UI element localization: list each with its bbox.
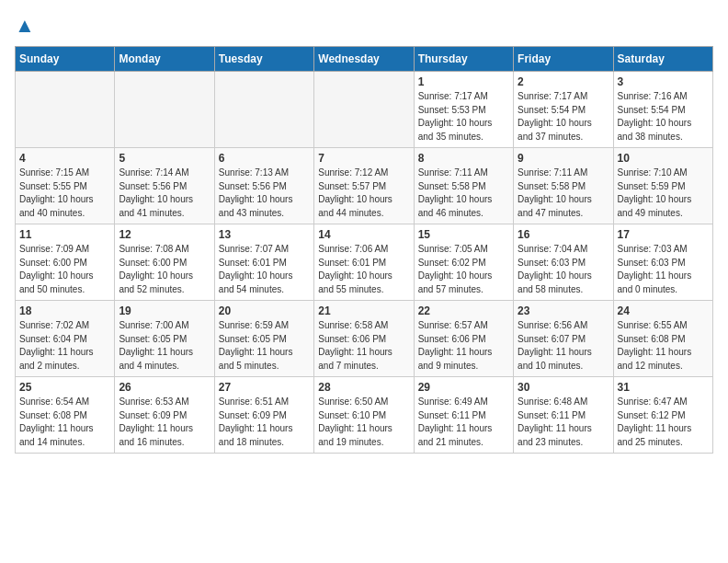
calendar-cell: 4 Sunrise: 7:15 AM Sunset: 5:55 PM Dayli… — [16, 148, 115, 224]
day-number: 5 — [119, 152, 210, 165]
day-info: Sunrise: 7:17 AM Sunset: 5:54 PM Dayligh… — [518, 90, 609, 144]
day-info: Sunrise: 6:50 AM Sunset: 6:10 PM Dayligh… — [318, 396, 409, 449]
day-number: 13 — [219, 228, 310, 241]
day-info: Sunrise: 7:12 AM Sunset: 5:57 PM Dayligh… — [318, 167, 409, 220]
calendar-week-row: 4 Sunrise: 7:15 AM Sunset: 5:55 PM Dayli… — [16, 148, 713, 224]
day-info: Sunrise: 6:47 AM Sunset: 6:12 PM Dayligh… — [618, 396, 709, 449]
calendar-cell: 30 Sunrise: 6:48 AM Sunset: 6:11 PM Dayl… — [514, 377, 613, 454]
day-info: Sunrise: 6:56 AM Sunset: 6:07 PM Dayligh… — [518, 319, 609, 373]
day-info: Sunrise: 7:06 AM Sunset: 6:01 PM Dayligh… — [318, 243, 409, 296]
day-info: Sunrise: 7:05 AM Sunset: 6:02 PM Dayligh… — [418, 243, 509, 296]
calendar-cell — [115, 72, 214, 148]
day-number: 21 — [318, 304, 409, 317]
calendar-cell: 9 Sunrise: 7:11 AM Sunset: 5:58 PM Dayli… — [514, 148, 613, 224]
calendar-week-row: 18 Sunrise: 7:02 AM Sunset: 6:04 PM Dayl… — [16, 301, 713, 377]
calendar-cell: 20 Sunrise: 6:59 AM Sunset: 6:05 PM Dayl… — [214, 301, 313, 377]
calendar-cell: 15 Sunrise: 7:05 AM Sunset: 6:02 PM Dayl… — [414, 224, 513, 301]
day-number: 12 — [119, 228, 210, 241]
day-info: Sunrise: 7:00 AM Sunset: 6:05 PM Dayligh… — [119, 319, 210, 373]
calendar-cell: 29 Sunrise: 6:49 AM Sunset: 6:11 PM Dayl… — [414, 377, 513, 454]
calendar-cell: 19 Sunrise: 7:00 AM Sunset: 6:05 PM Dayl… — [115, 301, 214, 377]
calendar-cell: 18 Sunrise: 7:02 AM Sunset: 6:04 PM Dayl… — [16, 301, 115, 377]
page-header: ▲ — [15, 15, 713, 37]
day-info: Sunrise: 6:49 AM Sunset: 6:11 PM Dayligh… — [418, 396, 509, 449]
day-of-week-header: Friday — [514, 47, 613, 72]
calendar-cell: 21 Sunrise: 6:58 AM Sunset: 6:06 PM Dayl… — [314, 301, 414, 377]
day-info: Sunrise: 7:04 AM Sunset: 6:03 PM Dayligh… — [518, 243, 609, 296]
day-number: 3 — [618, 75, 709, 88]
day-info: Sunrise: 7:07 AM Sunset: 6:01 PM Dayligh… — [219, 243, 310, 296]
day-number: 24 — [618, 304, 709, 317]
day-number: 11 — [19, 228, 110, 241]
day-info: Sunrise: 7:17 AM Sunset: 5:53 PM Dayligh… — [418, 90, 509, 144]
day-number: 30 — [518, 381, 609, 394]
day-number: 16 — [518, 228, 609, 241]
day-info: Sunrise: 7:15 AM Sunset: 5:55 PM Dayligh… — [19, 167, 110, 220]
day-number: 17 — [618, 228, 709, 241]
day-number: 26 — [119, 381, 210, 394]
day-number: 9 — [518, 152, 609, 165]
day-info: Sunrise: 7:02 AM Sunset: 6:04 PM Dayligh… — [19, 319, 110, 373]
day-info: Sunrise: 6:55 AM Sunset: 6:08 PM Dayligh… — [618, 319, 709, 373]
day-number: 6 — [219, 152, 310, 165]
day-number: 7 — [318, 152, 409, 165]
day-info: Sunrise: 6:58 AM Sunset: 6:06 PM Dayligh… — [318, 319, 409, 373]
day-of-week-header: Sunday — [16, 47, 115, 72]
day-of-week-header: Tuesday — [214, 47, 313, 72]
calendar-cell: 28 Sunrise: 6:50 AM Sunset: 6:10 PM Dayl… — [314, 377, 414, 454]
day-of-week-header: Monday — [115, 47, 214, 72]
calendar-cell: 23 Sunrise: 6:56 AM Sunset: 6:07 PM Dayl… — [514, 301, 613, 377]
calendar-cell: 10 Sunrise: 7:10 AM Sunset: 5:59 PM Dayl… — [613, 148, 712, 224]
calendar-table: SundayMondayTuesdayWednesdayThursdayFrid… — [15, 46, 713, 454]
calendar-cell: 27 Sunrise: 6:51 AM Sunset: 6:09 PM Dayl… — [214, 377, 313, 454]
calendar-header-row: SundayMondayTuesdayWednesdayThursdayFrid… — [16, 47, 713, 72]
day-info: Sunrise: 7:08 AM Sunset: 6:00 PM Dayligh… — [119, 243, 210, 296]
calendar-cell: 3 Sunrise: 7:16 AM Sunset: 5:54 PM Dayli… — [613, 72, 712, 148]
calendar-cell: 22 Sunrise: 6:57 AM Sunset: 6:06 PM Dayl… — [414, 301, 513, 377]
day-number: 29 — [418, 381, 509, 394]
calendar-cell: 12 Sunrise: 7:08 AM Sunset: 6:00 PM Dayl… — [115, 224, 214, 301]
day-info: Sunrise: 7:13 AM Sunset: 5:56 PM Dayligh… — [219, 167, 310, 220]
day-info: Sunrise: 6:57 AM Sunset: 6:06 PM Dayligh… — [418, 319, 509, 373]
calendar-cell: 8 Sunrise: 7:11 AM Sunset: 5:58 PM Dayli… — [414, 148, 513, 224]
day-number: 22 — [418, 304, 509, 317]
day-number: 8 — [418, 152, 509, 165]
day-number: 28 — [318, 381, 409, 394]
day-number: 10 — [618, 152, 709, 165]
day-info: Sunrise: 7:09 AM Sunset: 6:00 PM Dayligh… — [19, 243, 110, 296]
day-number: 18 — [19, 304, 110, 317]
day-info: Sunrise: 7:11 AM Sunset: 5:58 PM Dayligh… — [418, 167, 509, 220]
calendar-cell: 7 Sunrise: 7:12 AM Sunset: 5:57 PM Dayli… — [314, 148, 414, 224]
day-info: Sunrise: 6:48 AM Sunset: 6:11 PM Dayligh… — [518, 396, 609, 449]
day-info: Sunrise: 7:14 AM Sunset: 5:56 PM Dayligh… — [119, 167, 210, 220]
day-number: 27 — [219, 381, 310, 394]
day-info: Sunrise: 7:11 AM Sunset: 5:58 PM Dayligh… — [518, 167, 609, 220]
day-number: 1 — [418, 75, 509, 88]
calendar-cell: 24 Sunrise: 6:55 AM Sunset: 6:08 PM Dayl… — [613, 301, 712, 377]
day-info: Sunrise: 7:10 AM Sunset: 5:59 PM Dayligh… — [618, 167, 709, 220]
calendar-cell — [16, 72, 115, 148]
calendar-cell: 16 Sunrise: 7:04 AM Sunset: 6:03 PM Dayl… — [514, 224, 613, 301]
day-number: 4 — [19, 152, 110, 165]
calendar-cell: 14 Sunrise: 7:06 AM Sunset: 6:01 PM Dayl… — [314, 224, 414, 301]
day-of-week-header: Wednesday — [314, 47, 414, 72]
day-number: 25 — [19, 381, 110, 394]
day-number: 20 — [219, 304, 310, 317]
calendar-cell: 25 Sunrise: 6:54 AM Sunset: 6:08 PM Dayl… — [16, 377, 115, 454]
day-info: Sunrise: 7:16 AM Sunset: 5:54 PM Dayligh… — [618, 90, 709, 144]
calendar-cell: 13 Sunrise: 7:07 AM Sunset: 6:01 PM Dayl… — [214, 224, 313, 301]
calendar-week-row: 11 Sunrise: 7:09 AM Sunset: 6:00 PM Dayl… — [16, 224, 713, 301]
calendar-cell: 26 Sunrise: 6:53 AM Sunset: 6:09 PM Dayl… — [115, 377, 214, 454]
calendar-cell: 6 Sunrise: 7:13 AM Sunset: 5:56 PM Dayli… — [214, 148, 313, 224]
calendar-week-row: 1 Sunrise: 7:17 AM Sunset: 5:53 PM Dayli… — [16, 72, 713, 148]
day-info: Sunrise: 6:53 AM Sunset: 6:09 PM Dayligh… — [119, 396, 210, 449]
day-number: 2 — [518, 75, 609, 88]
day-number: 31 — [618, 381, 709, 394]
calendar-cell: 1 Sunrise: 7:17 AM Sunset: 5:53 PM Dayli… — [414, 72, 513, 148]
day-number: 19 — [119, 304, 210, 317]
calendar-cell: 5 Sunrise: 7:14 AM Sunset: 5:56 PM Dayli… — [115, 148, 214, 224]
day-number: 23 — [518, 304, 609, 317]
calendar-week-row: 25 Sunrise: 6:54 AM Sunset: 6:08 PM Dayl… — [16, 377, 713, 454]
calendar-cell: 2 Sunrise: 7:17 AM Sunset: 5:54 PM Dayli… — [514, 72, 613, 148]
calendar-cell: 17 Sunrise: 7:03 AM Sunset: 6:03 PM Dayl… — [613, 224, 712, 301]
